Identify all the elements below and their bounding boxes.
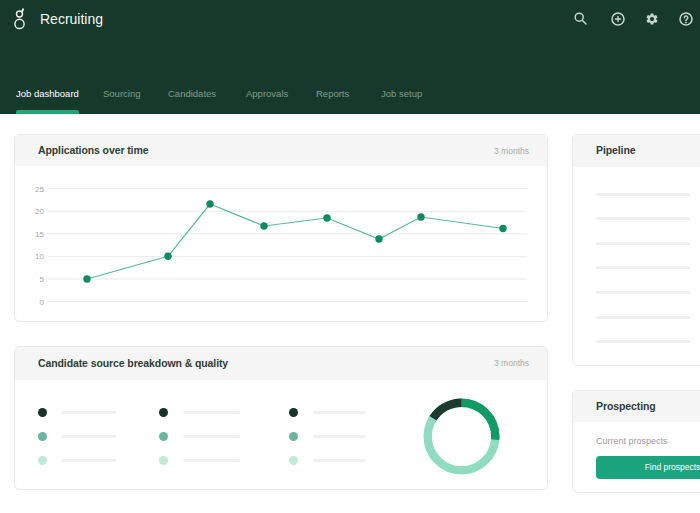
svg-text:5: 5 [40,275,45,284]
svg-text:15: 15 [35,230,44,239]
svg-text:25: 25 [35,185,44,194]
svg-text:20: 20 [35,207,44,216]
svg-text:0: 0 [40,298,45,307]
svg-text:10: 10 [35,252,44,261]
